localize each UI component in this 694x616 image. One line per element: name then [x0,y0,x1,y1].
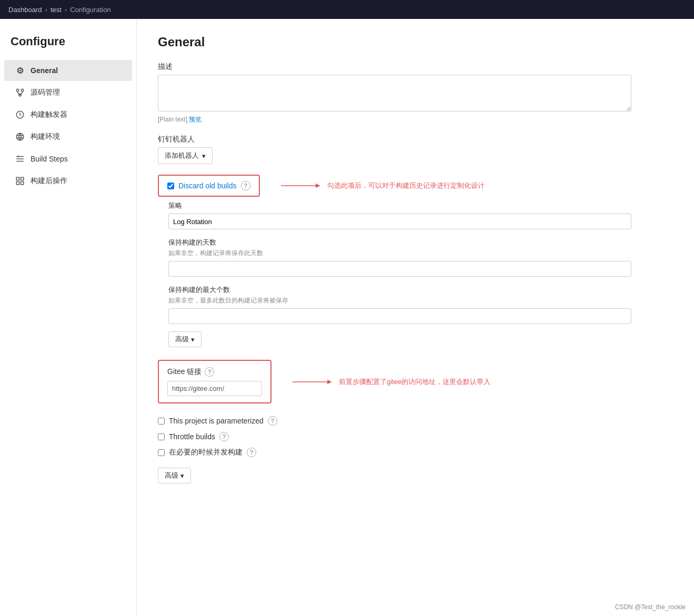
svg-point-1 [21,89,24,92]
gitee-help-icon[interactable]: ? [205,367,214,377]
sidebar-item-steps[interactable]: Build Steps [4,148,132,169]
sidebar-item-label-source: 源码管理 [31,88,60,97]
parameterized-label: This project is parameterized [169,417,264,425]
sidebar-item-trigger[interactable]: 构建触发器 [4,104,132,125]
advanced-button[interactable]: 高级 ▾ [168,331,202,347]
bottom-checkboxes: This project is parameterized ? Throttle… [158,416,631,483]
parameterized-help-icon[interactable]: ? [268,416,277,426]
sidebar-item-label-post: 构建后操作 [31,176,67,186]
discard-annotation-container: 勾选此项后，可以对于构建历史记录进行定制化设计 [281,178,485,194]
advanced-chevron-icon: ▾ [191,336,195,344]
gitee-annotation-container: 前置步骤配置了gitee的访问地址，这里会默认带入 [293,374,490,390]
topbar: Dashboard › test › Configuration [0,0,694,19]
preview-link[interactable]: 预览 [189,116,202,123]
sidebar-item-env[interactable]: 构建环境 [4,126,132,147]
keep-days-sublabel: 如果非空，构建记录将保存此天数 [168,249,631,258]
plain-text-label: [Plain text] [158,116,187,123]
add-robot-button[interactable]: 添加机器人 ▾ [158,147,213,164]
throttle-help-icon[interactable]: ? [219,432,229,441]
keep-max-sublabel: 如果非空，最多此数目的构建记录将被保存 [168,296,631,305]
sidebar-item-label-trigger: 构建触发器 [31,110,67,119]
svg-rect-10 [21,177,24,180]
sidebar-item-post[interactable]: 构建后操作 [4,170,132,191]
robot-section: 钉钉机器人 添加机器人 ▾ [158,135,631,164]
keep-days-group: 保持构建的天数 如果非空，构建记录将保存此天数 [168,238,631,277]
parameterized-row: This project is parameterized ? [158,416,631,426]
discard-arrow-icon [281,178,323,194]
discard-help-icon[interactable]: ? [241,181,250,190]
keep-max-group: 保持构建的最大个数 如果非空，最多此数目的构建记录将被保存 [168,285,631,324]
gitee-label-row: Gitee 链接 ? [167,367,262,377]
robot-label: 钉钉机器人 [158,135,631,144]
globe-icon [15,132,25,142]
throttle-row: Throttle builds ? [158,432,631,441]
strategy-label: 策略 [168,201,631,210]
gitee-label: Gitee 链接 [167,367,202,377]
keep-days-label: 保持构建的天数 [168,238,631,247]
concurrent-checkbox[interactable] [158,449,165,456]
clock-icon [15,109,25,120]
advanced2-chevron-icon: ▾ [180,472,184,480]
strategy-input[interactable] [168,214,631,229]
breadcrumb-sep1: › [45,6,47,14]
breadcrumb-test[interactable]: test [51,6,62,14]
dropdown-arrow-icon: ▾ [202,152,206,160]
breadcrumb-current: Configuration [70,6,110,14]
gitee-arrow-icon [293,374,335,390]
add-robot-label: 添加机器人 [165,151,199,160]
page-title: General [158,35,631,49]
svg-point-4 [16,133,24,140]
throttle-label: Throttle builds [169,432,215,441]
sidebar: Configure ⚙ General 源码管理 构建触发器 构建环境 [0,19,137,616]
concurrent-row: 在必要的时候并发构建 ? [158,448,631,457]
breadcrumb-dashboard[interactable]: Dashboard [8,6,42,14]
gitee-row: Gitee 链接 ? 前置步骤配置了gitee的访问地址，这里会默认带入 [158,360,631,403]
sidebar-item-general[interactable]: ⚙ General [4,60,132,81]
configure-title: Configure [0,35,136,59]
description-label: 描述 [158,62,631,72]
discard-builds-label: Discard old builds [178,181,237,190]
gitee-input[interactable] [167,381,262,396]
source-icon [15,87,25,98]
footer-note: CSDN @Test_the_rookie [615,603,686,611]
discard-annotation-text: 勾选此项后，可以对于构建历史记录进行定制化设计 [327,181,485,190]
advanced2-label: 高级 [165,471,178,480]
advanced-button-2[interactable]: 高级 ▾ [158,468,191,483]
svg-rect-11 [16,182,19,185]
sidebar-item-label-steps: Build Steps [31,155,68,163]
sidebar-item-source[interactable]: 源码管理 [4,82,132,103]
keep-days-input[interactable] [168,261,631,277]
parameterized-checkbox[interactable] [158,418,165,425]
description-section: 描述 [Plain text] 预览 [158,62,631,124]
description-textarea[interactable] [158,75,631,112]
gear-icon: ⚙ [15,65,25,76]
sidebar-item-label-general: General [31,66,58,75]
layout: Configure ⚙ General 源码管理 构建触发器 构建环境 [0,19,694,616]
steps-icon [15,154,25,164]
svg-point-0 [16,89,19,92]
breadcrumb-sep2: › [65,6,67,14]
description-hint: [Plain text] 预览 [158,115,631,124]
gitee-highlight-box: Gitee 链接 ? [158,360,271,403]
keep-max-input[interactable] [168,308,631,324]
main-content: General 描述 [Plain text] 预览 钉钉机器人 添加机器人 ▾ [137,19,694,616]
svg-rect-12 [21,182,24,185]
concurrent-help-icon[interactable]: ? [247,448,256,457]
post-icon [15,176,25,186]
gitee-annotation-text: 前置步骤配置了gitee的访问地址，这里会默认带入 [339,377,490,387]
throttle-checkbox[interactable] [158,433,165,440]
strategy-section: 策略 保持构建的天数 如果非空，构建记录将保存此天数 保持构建的最大个数 如果非… [168,201,631,347]
svg-point-8 [17,156,19,157]
advanced-label: 高级 [175,335,189,344]
concurrent-label: 在必要的时候并发构建 [169,448,243,457]
svg-rect-9 [16,177,19,180]
discard-builds-highlight-box: Discard old builds ? [158,175,260,197]
discard-builds-checkbox[interactable] [167,183,174,189]
breadcrumb: Dashboard › test › Configuration [8,6,111,14]
keep-max-label: 保持构建的最大个数 [168,285,631,295]
discard-builds-row: Discard old builds ? 勾选此项后，可以对于构建历史记录进行定… [158,175,631,197]
sidebar-item-label-env: 构建环境 [31,132,60,142]
